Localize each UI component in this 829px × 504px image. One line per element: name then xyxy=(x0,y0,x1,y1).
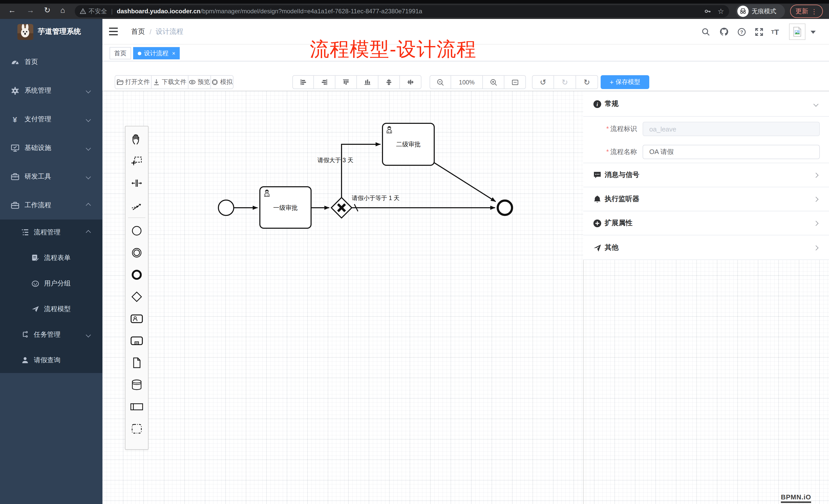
browser-address-bar[interactable]: 不安全 | dashboard.yudao.iocoder.cn/bpm/man… xyxy=(75,5,729,17)
password-key-icon[interactable] xyxy=(704,8,712,15)
sidebar-item-label: 研发工具 xyxy=(25,172,51,181)
panel-section-general[interactable]: i 常规 xyxy=(583,91,829,117)
sidebar-item-home[interactable]: 首页 xyxy=(0,48,102,76)
user-task-level2[interactable]: 二级审批 xyxy=(383,123,434,165)
tab-home[interactable]: 首页 xyxy=(110,47,131,60)
bpmn-canvas[interactable]: 一级审批 二级审批 xyxy=(102,90,829,504)
chevron-down-icon xyxy=(814,101,819,107)
align-right-icon[interactable] xyxy=(314,75,335,89)
sidebar-item-process-management[interactable]: 流程管理 xyxy=(0,220,102,245)
sidebar-item-infrastructure[interactable]: 基础设施 xyxy=(0,133,102,162)
sidebar-item-label: 流程管理 xyxy=(34,228,61,237)
search-icon[interactable] xyxy=(701,19,710,44)
bookmark-star-icon[interactable]: ☆ xyxy=(718,7,724,15)
font-size-icon[interactable]: TT xyxy=(771,19,779,44)
main-area: 首页 / 设计流程 ? TT 流程模型-设计流程 首页 设计流程 × xyxy=(102,19,829,504)
redo-button[interactable]: ↻ xyxy=(554,75,576,89)
not-secure-label: 不安全 xyxy=(88,7,107,15)
yuan-icon: ¥ xyxy=(10,115,20,124)
chevron-up-icon xyxy=(86,230,91,235)
fit-viewport-button[interactable] xyxy=(504,75,526,89)
flow-task2-to-end[interactable] xyxy=(434,163,496,202)
download-file-button[interactable]: 下载文件 xyxy=(151,75,188,89)
sidebar-item-user-group[interactable]: 用户分组 xyxy=(0,271,102,296)
panel-section-other[interactable]: 其他 xyxy=(583,236,829,260)
browser-forward-button[interactable]: → xyxy=(27,6,34,14)
zoom-in-button[interactable] xyxy=(483,75,504,89)
simulate-button[interactable]: 模拟 xyxy=(211,75,233,89)
sidebar-item-system[interactable]: 系统管理 xyxy=(0,76,102,105)
paper-plane-icon xyxy=(31,305,39,313)
align-bottom-icon[interactable] xyxy=(357,75,379,89)
undo-button[interactable]: ↺ xyxy=(532,75,554,89)
sidebar: 芋道管理系统 首页 系统管理 ¥ 支付管理 基础设施 研发工具 工作 xyxy=(0,19,102,504)
end-event[interactable] xyxy=(498,201,512,215)
panel-section-extended-attrs[interactable]: 扩展属性 xyxy=(583,211,829,235)
tab-label: 设计流程 xyxy=(144,49,169,57)
browser-back-button[interactable]: ← xyxy=(8,6,16,14)
sidebar-item-task-management[interactable]: 任务管理 xyxy=(0,322,102,347)
history-toolbar-group: ↺ ↻ ↻ xyxy=(532,75,598,89)
sidebar-logo-row[interactable]: 芋道管理系统 xyxy=(0,19,102,44)
condition-label-le1[interactable]: 请假小于等于 1 天 xyxy=(352,195,400,201)
zoom-out-button[interactable] xyxy=(430,75,451,89)
breadcrumb-separator: / xyxy=(149,19,151,44)
svg-text:i: i xyxy=(596,101,598,107)
bpmn-io-watermark[interactable]: BPMN.iO xyxy=(781,493,811,503)
user-task-level1[interactable]: 一级审批 xyxy=(260,187,311,228)
avatar-caret-icon[interactable] xyxy=(810,31,816,34)
sidebar-item-devtools[interactable]: 研发工具 xyxy=(0,162,102,191)
align-left-icon[interactable] xyxy=(292,75,314,89)
align-center-vertical-icon[interactable] xyxy=(379,75,400,89)
preview-button[interactable]: 预览 xyxy=(188,75,211,89)
sidebar-item-payment[interactable]: ¥ 支付管理 xyxy=(0,105,102,133)
process-name-input[interactable] xyxy=(643,145,820,159)
fullscreen-icon[interactable] xyxy=(755,19,763,44)
sidebar-item-leave-query[interactable]: 请假查询 xyxy=(0,347,102,373)
open-file-button[interactable]: 打开文件 xyxy=(115,75,151,89)
flow-gateway-to-task2[interactable] xyxy=(341,144,381,197)
sidebar-item-label: 流程模型 xyxy=(44,304,71,314)
process-key-input[interactable] xyxy=(643,122,820,136)
general-form: *流程标识 *流程名称 xyxy=(583,117,829,163)
tab-design-process[interactable]: 设计流程 × xyxy=(133,47,180,60)
briefcase-icon xyxy=(10,201,20,209)
app-logo xyxy=(17,24,33,40)
chevron-right-icon xyxy=(814,196,819,202)
person-icon xyxy=(21,356,29,364)
sidebar-item-process-model[interactable]: 流程模型 xyxy=(0,296,102,322)
exclusive-gateway[interactable] xyxy=(331,197,352,218)
help-icon[interactable]: ? xyxy=(737,19,746,44)
tree-list-icon xyxy=(21,228,29,236)
zoom-level: 100% xyxy=(451,75,483,89)
save-model-button[interactable]: + 保存模型 xyxy=(601,75,649,89)
chevron-down-icon xyxy=(86,117,91,122)
align-center-horizontal-icon[interactable] xyxy=(400,75,422,89)
restart-button[interactable]: ↻ xyxy=(576,75,598,89)
chevron-right-icon xyxy=(814,172,819,178)
sidebar-fold-icon[interactable] xyxy=(109,28,118,35)
browser-menu-icon[interactable]: ⋮ xyxy=(811,7,818,15)
align-top-icon[interactable] xyxy=(335,75,357,89)
breadcrumb-home[interactable]: 首页 xyxy=(131,19,145,44)
dashboard-icon xyxy=(10,57,20,66)
panel-section-message-signal[interactable]: 消息与信号 xyxy=(583,163,829,187)
github-icon[interactable] xyxy=(719,19,729,44)
browser-reload-button[interactable]: ↻ xyxy=(44,6,50,14)
browser-chrome: ← → ↻ ⌂ 不安全 | dashboard.yudao.iocoder.cn… xyxy=(0,0,829,19)
url-separator: | xyxy=(111,8,113,15)
avatar[interactable] xyxy=(789,24,805,40)
workflow-submenu: 流程管理 流程表单 用户分组 流程模型 任务管理 请假 xyxy=(0,220,102,373)
browser-home-button[interactable]: ⌂ xyxy=(61,6,65,14)
align-toolbar-group xyxy=(292,75,422,89)
briefcase-icon xyxy=(10,172,20,181)
condition-label-gt3[interactable]: 请假大于 3 天 xyxy=(318,157,354,163)
start-event[interactable] xyxy=(218,200,234,216)
close-icon[interactable]: × xyxy=(172,50,175,56)
sidebar-item-process-form[interactable]: 流程表单 xyxy=(0,245,102,271)
panel-section-execution-listener[interactable]: 执行监听器 xyxy=(583,187,829,211)
browser-update-button[interactable]: 更新 ⋮ xyxy=(790,5,823,18)
active-tab-dot xyxy=(138,51,141,55)
sidebar-item-label: 基础设施 xyxy=(25,143,51,153)
sidebar-item-workflow[interactable]: 工作流程 xyxy=(0,191,102,220)
